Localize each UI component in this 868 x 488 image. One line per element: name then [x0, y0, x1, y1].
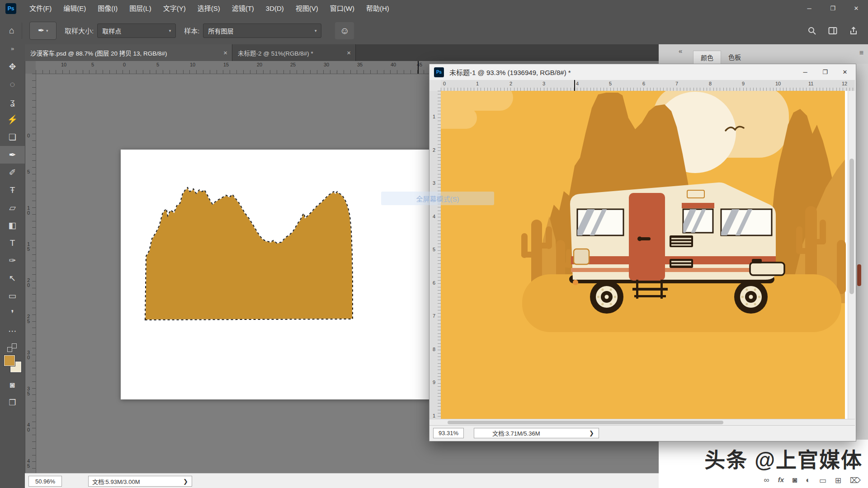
gradient-tool[interactable]: ◧	[0, 216, 25, 234]
adjustment-layer-icon[interactable]: ◐	[806, 476, 810, 485]
float-window-titlebar[interactable]: Ps 未标题-1 @ 93.3% (1936949, RGB/8#) * ─ ❐…	[429, 64, 855, 80]
document-size-info[interactable]: 文档:5.93M/3.00M ❯	[88, 476, 192, 487]
menu-item-6[interactable]: 滤镜(T)	[226, 0, 260, 17]
zoom-level-field[interactable]: 50.96%	[28, 476, 62, 487]
vertical-scrollbar[interactable]	[848, 91, 855, 419]
ruler-label: 8	[709, 81, 712, 86]
workspace-panels-icon[interactable]	[828, 26, 837, 35]
eyedropper-tool[interactable]: ✒	[0, 146, 25, 164]
selection-area[interactable]	[145, 188, 353, 320]
foreground-color-swatch[interactable]	[4, 355, 15, 366]
ruler-label: 4	[431, 214, 437, 219]
brush-tool[interactable]: ✐	[0, 164, 25, 181]
tab-color[interactable]: 颜色	[693, 51, 721, 64]
desert-camper-artwork[interactable]	[441, 91, 848, 419]
ruler-label: 30	[26, 350, 31, 360]
close-button[interactable]: ✕	[844, 0, 868, 17]
collapse-panels-icon[interactable]: «	[679, 47, 682, 55]
layer-style-icon[interactable]: fx	[778, 476, 784, 485]
document-tab-2[interactable]: 未标题-2 @ 51%(RGB/8#) * ×	[232, 44, 356, 61]
swatches-scrollbar-thumb[interactable]	[857, 264, 861, 286]
zoom-level-field[interactable]: 93.31%	[433, 428, 464, 438]
float-status-bar: 93.31% 文档:3.71M/5.36M ❯	[429, 425, 855, 441]
menu-bar: Ps 文件(F)编辑(E)图像(I)图层(L)文字(Y)选择(S)滤镜(T)3D…	[0, 0, 868, 17]
ruler-label: 25	[290, 62, 296, 67]
share-icon[interactable]	[849, 26, 858, 35]
close-tab-icon[interactable]: ×	[342, 49, 355, 56]
sample-size-select[interactable]: 取样点 ▾	[97, 23, 176, 38]
blur-tool[interactable]: ❜	[0, 305, 25, 322]
scrollbar-thumb[interactable]	[849, 159, 854, 294]
show-sampling-ring-button[interactable]: ☺	[335, 22, 354, 39]
minimize-button[interactable]: ─	[795, 64, 815, 80]
selection-overlay[interactable]	[121, 150, 479, 399]
ruler-label: 5	[609, 81, 612, 86]
wheel-rear	[590, 280, 623, 314]
menu-item-10[interactable]: 帮助(H)	[360, 0, 395, 17]
wheel-front	[734, 280, 768, 314]
sample-size-label: 取样大小:	[65, 26, 94, 35]
pen-tool[interactable]: ✑	[0, 252, 25, 269]
document-size-info[interactable]: 文档:3.71M/5.36M ❯	[474, 428, 599, 438]
chevron-right-icon[interactable]: ❯	[183, 478, 188, 485]
close-button[interactable]: ✕	[835, 64, 855, 80]
swap-colors-icon[interactable]	[6, 343, 18, 352]
quick-mask-icon[interactable]: ◙	[0, 380, 25, 390]
more-tools[interactable]: ⋯	[0, 322, 25, 340]
new-layer-icon[interactable]: ⊞	[835, 476, 841, 485]
minimize-button[interactable]: ─	[797, 0, 821, 17]
ruler-label: 11	[808, 81, 813, 86]
type-tool[interactable]: T	[0, 234, 25, 252]
panel-menu-icon[interactable]: ≡	[859, 49, 863, 57]
path-selection-tool[interactable]: ↖	[0, 269, 25, 287]
watermark-text: 头条 @上官媒体	[704, 443, 863, 473]
menu-item-2[interactable]: 图像(I)	[92, 0, 123, 17]
layer-group-icon[interactable]: ▭	[819, 476, 826, 485]
chevron-right-icon[interactable]: ❯	[589, 430, 594, 436]
menu-item-0[interactable]: 文件(F)	[24, 0, 57, 17]
document-tab-1[interactable]: 沙漠客车.psd @ 88.7% (图层 20 拷贝 13, RGB/8#) ×	[25, 44, 232, 61]
bottom-right-area: 头条 @上官媒体 ∞fx◙◐▭⊞⌦	[659, 440, 868, 488]
close-tab-icon[interactable]: ×	[219, 49, 232, 56]
eraser-tool[interactable]: ▱	[0, 199, 25, 216]
sample-layers-select[interactable]: 所有图层 ▾	[203, 23, 321, 38]
menu-item-7[interactable]: 3D(D)	[260, 0, 290, 17]
active-tool-chip[interactable]: ✒ ▾	[29, 22, 57, 40]
move-tool[interactable]: ✥	[0, 58, 25, 75]
ruler-label: 40	[26, 422, 31, 432]
home-icon[interactable]: ⌂	[9, 25, 14, 36]
restore-button[interactable]: ❐	[815, 64, 835, 80]
chevron-down-icon: ▾	[315, 28, 317, 33]
scrollbar-thumb[interactable]	[448, 421, 723, 424]
options-right-icons	[807, 26, 858, 35]
menu-item-8[interactable]: 视图(V)	[290, 0, 324, 17]
horizontal-scrollbar[interactable]	[429, 419, 855, 426]
chevron-down-icon: ▾	[169, 28, 171, 33]
floating-document-window[interactable]: Ps 未标题-1 @ 93.3% (1936949, RGB/8#) * ─ ❐…	[429, 64, 856, 441]
lasso-tool[interactable]: ʓ	[0, 93, 25, 111]
menu-item-5[interactable]: 选择(S)	[192, 0, 226, 17]
bumper-latch	[752, 259, 762, 263]
menu-item-9[interactable]: 窗口(W)	[324, 0, 360, 17]
ruler-label: 8	[431, 347, 437, 352]
link-layers-icon[interactable]: ∞	[764, 476, 769, 485]
roof-vent	[687, 190, 704, 198]
screen-mode-icon[interactable]: ❐	[0, 398, 25, 408]
restore-button[interactable]: ❐	[821, 0, 844, 17]
ruler-label: 15	[223, 62, 229, 67]
delete-layer-icon[interactable]: ⌦	[850, 476, 861, 485]
search-icon[interactable]	[807, 26, 816, 35]
marquee-tool[interactable]: ◌	[0, 75, 25, 93]
menu-item-3[interactable]: 图层(L)	[123, 0, 157, 17]
expand-tools-icon[interactable]: »	[0, 45, 25, 52]
ruler-label: 2	[431, 147, 437, 152]
clone-stamp-tool[interactable]: Ŧ	[0, 181, 25, 199]
tab-swatches[interactable]: 色板	[721, 51, 748, 63]
shape-tool[interactable]: ▭	[0, 287, 25, 305]
crop-tool[interactable]: ❏	[0, 128, 25, 146]
quick-selection-tool[interactable]: ⚡	[0, 111, 25, 128]
ruler-label: 5	[26, 169, 31, 174]
menu-item-4[interactable]: 文字(Y)	[157, 0, 192, 17]
menu-item-1[interactable]: 编辑(E)	[57, 0, 92, 17]
layer-mask-icon[interactable]: ◙	[793, 476, 797, 485]
